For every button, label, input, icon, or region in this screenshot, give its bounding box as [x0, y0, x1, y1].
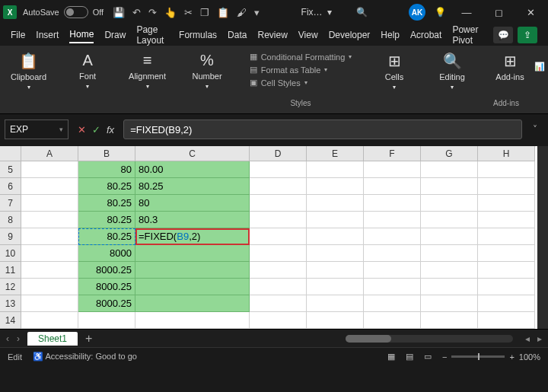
row-header-9[interactable]: 9 — [0, 228, 21, 245]
cell-E8[interactable] — [307, 212, 364, 228]
minimize-button[interactable]: — — [455, 2, 478, 23]
cell-A13[interactable] — [21, 295, 78, 312]
row-header-10[interactable]: 10 — [0, 245, 21, 262]
copy-icon[interactable]: ❐ — [200, 7, 209, 18]
cell-B5[interactable]: 80 — [78, 161, 135, 178]
cell-B11[interactable]: 8000.25 — [78, 262, 135, 279]
cell-H12[interactable] — [478, 279, 535, 295]
tab-home[interactable]: Home — [69, 27, 94, 43]
cell-H10[interactable] — [478, 245, 535, 262]
zoom-slider[interactable] — [451, 355, 505, 358]
cell-D14[interactable] — [250, 312, 307, 329]
paste-icon[interactable]: 📋 — [217, 7, 229, 18]
row-header-14[interactable]: 14 — [0, 312, 21, 329]
row-header-5[interactable]: 5 — [0, 161, 21, 178]
cell-E14[interactable] — [307, 312, 364, 329]
cell-C12[interactable] — [135, 279, 250, 295]
cell-D9[interactable] — [250, 228, 307, 245]
tab-review[interactable]: Review — [257, 27, 287, 43]
accessibility-status[interactable]: ♿ Accessibility: Good to go — [33, 352, 137, 362]
cell-C11[interactable] — [135, 262, 250, 279]
col-header-C[interactable]: C — [135, 146, 250, 161]
cell-C6[interactable]: 80.25 — [135, 178, 250, 195]
maximize-button[interactable]: ◻ — [487, 2, 510, 23]
hscroll-left[interactable]: ◂ — [525, 333, 530, 344]
cell-F6[interactable] — [364, 178, 421, 195]
cell-C7[interactable]: 80 — [135, 195, 250, 212]
add-sheet-button[interactable]: + — [85, 332, 92, 346]
cell-G11[interactable] — [421, 262, 478, 279]
cell-E5[interactable] — [307, 161, 364, 178]
tab-view[interactable]: View — [298, 27, 318, 43]
cell-C9[interactable]: =FIXED(B9,2) — [135, 228, 250, 245]
cell-H9[interactable] — [478, 228, 535, 245]
cell-G8[interactable] — [421, 212, 478, 228]
cell-G10[interactable] — [421, 245, 478, 262]
user-avatar[interactable]: AK — [409, 4, 425, 21]
cell-A6[interactable] — [21, 178, 78, 195]
cell-E10[interactable] — [307, 245, 364, 262]
cell-B8[interactable]: 80.25 — [78, 212, 135, 228]
name-box[interactable]: EXP ▾ — [5, 120, 68, 139]
cell-H14[interactable] — [478, 312, 535, 329]
col-header-D[interactable]: D — [250, 146, 307, 161]
chevron-down-icon[interactable]: ▾ — [327, 7, 332, 18]
row-header-8[interactable]: 8 — [0, 212, 21, 228]
cells-area[interactable]: 8080.0080.2580.2580.258080.2580.380.25=F… — [21, 161, 535, 329]
cell-F12[interactable] — [364, 279, 421, 295]
cell-E12[interactable] — [307, 279, 364, 295]
cell-F11[interactable] — [364, 262, 421, 279]
zoom-out-icon[interactable]: − — [442, 352, 447, 362]
cell-A12[interactable] — [21, 279, 78, 295]
cell-F7[interactable] — [364, 195, 421, 212]
cell-D7[interactable] — [250, 195, 307, 212]
formula-input[interactable]: =FIXED(B9,2) — [123, 120, 522, 139]
cell-E13[interactable] — [307, 295, 364, 312]
formula-expand[interactable]: ˅ — [527, 124, 543, 135]
qat-more-icon[interactable]: ▾ — [254, 7, 260, 18]
chevron-down-icon[interactable]: ▾ — [59, 126, 63, 133]
cell-G14[interactable] — [421, 312, 478, 329]
cell-B13[interactable]: 8000.25 — [78, 295, 135, 312]
autosave-toggle[interactable]: AutoSave Off — [23, 6, 104, 18]
row-header-11[interactable]: 11 — [0, 262, 21, 279]
cell-A10[interactable] — [21, 245, 78, 262]
cell-D10[interactable] — [250, 245, 307, 262]
cell-H8[interactable] — [478, 212, 535, 228]
redo-icon[interactable]: ↷ — [148, 7, 157, 18]
col-header-E[interactable]: E — [307, 146, 364, 161]
cell-B9[interactable]: 80.25 — [78, 228, 135, 245]
toggle-switch[interactable] — [64, 6, 88, 18]
cell-G6[interactable] — [421, 178, 478, 195]
editing-button[interactable]: 🔍 Editing ▾ — [435, 52, 469, 91]
cell-B14[interactable] — [78, 312, 135, 329]
col-header-G[interactable]: G — [421, 146, 478, 161]
sheet-nav-prev[interactable]: ‹ — [6, 333, 9, 344]
cell-D6[interactable] — [250, 178, 307, 195]
cell-H13[interactable] — [478, 295, 535, 312]
doc-title[interactable]: Fix… — [301, 7, 323, 18]
col-header-F[interactable]: F — [364, 146, 421, 161]
cell-D8[interactable] — [250, 212, 307, 228]
cell-C10[interactable] — [135, 245, 250, 262]
row-header-6[interactable]: 6 — [0, 178, 21, 195]
hscroll-right[interactable]: ▸ — [537, 333, 542, 344]
cell-A8[interactable] — [21, 212, 78, 228]
tab-formulas[interactable]: Formulas — [179, 27, 217, 43]
cell-H11[interactable] — [478, 262, 535, 279]
tab-file[interactable]: File — [11, 27, 25, 43]
cut-icon[interactable]: ✂ — [184, 7, 193, 18]
cancel-icon[interactable]: ✕ — [78, 124, 86, 135]
lightbulb-icon[interactable]: 💡 — [435, 7, 446, 18]
col-header-A[interactable]: A — [21, 146, 78, 161]
cell-G12[interactable] — [421, 279, 478, 295]
undo-icon[interactable]: ↶ — [132, 7, 141, 18]
cell-F13[interactable] — [364, 295, 421, 312]
sheet-tab-active[interactable]: Sheet1 — [27, 332, 78, 346]
sheet-nav-next[interactable]: › — [17, 333, 20, 344]
zoom-value[interactable]: 100% — [519, 352, 540, 362]
tab-draw[interactable]: Draw — [104, 27, 126, 43]
row-header-7[interactable]: 7 — [0, 195, 21, 212]
tab-power-pivot[interactable]: Power Pivot — [452, 22, 483, 48]
cell-styles-button[interactable]: ▣Cell Styles ▾ — [250, 78, 352, 88]
